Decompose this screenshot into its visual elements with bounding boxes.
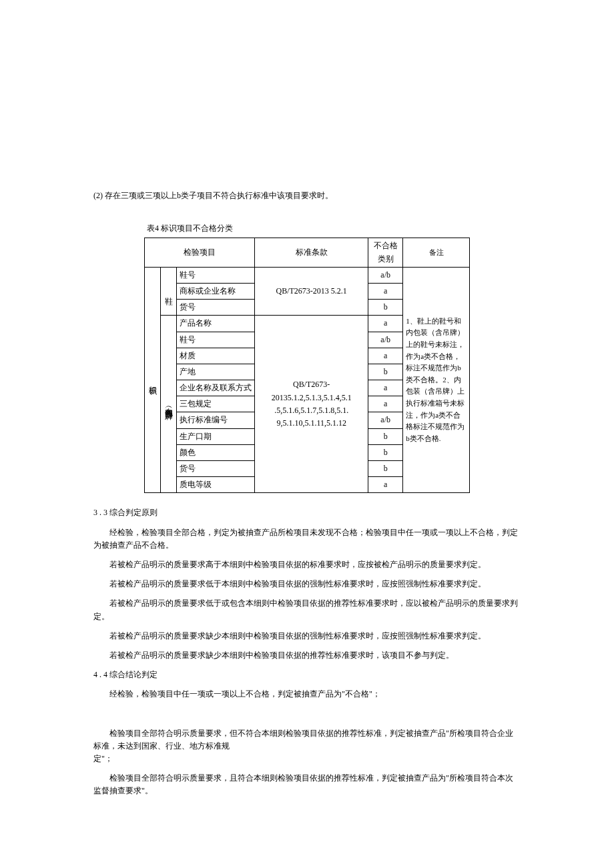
cell-cat: b bbox=[368, 428, 403, 444]
std2-l1: QB/T2673- bbox=[258, 378, 365, 391]
cell-std2: QB/T2673- 20135.1.2,5.1.3,5.1.4,5.1 .5,5… bbox=[255, 316, 368, 493]
cell-cat: a bbox=[368, 396, 403, 412]
cell-item: 生产口期 bbox=[177, 428, 255, 444]
cell-item: 执行标准编号 bbox=[177, 412, 255, 428]
std2-l4: 9,5.1.10,5.1.11,5.1.12 bbox=[258, 417, 365, 430]
s3-p1: 经检验，检验项目全部合格，判定为被抽查产品所检项目未发现不合格；检验项目中任一项… bbox=[93, 526, 521, 552]
cell-item: 产地 bbox=[177, 364, 255, 380]
rowgroup-label-2b: 内包装（含吊牌） bbox=[161, 316, 177, 493]
cell-cat: a/b bbox=[368, 267, 403, 283]
s3-p6: 若被检产品明示的质量要求缺少本细则中检验项目依据的推荐性标准要求时，该项目不参与… bbox=[93, 649, 521, 662]
cell-item: 企业名称及联系方式 bbox=[177, 380, 255, 396]
section-3-heading: 3 . 3 综合判定原则 bbox=[93, 506, 521, 519]
cell-item: 质电等级 bbox=[177, 477, 255, 493]
cell-item: 商标或企业名称 bbox=[177, 283, 255, 299]
cell-cat: b bbox=[368, 364, 403, 380]
cell-cat: a bbox=[368, 477, 403, 493]
s3-p3: 若被检产品明示的质量要求低于本细则中检验项目依据的强制性标准要求时，应按照强制性… bbox=[93, 578, 521, 590]
th-inspect: 检验项目 bbox=[144, 238, 254, 267]
s4-p3: 检验项目全部符合明示质量要求，且符合本细则检验项目依据的推荐性标准，判定被抽查产… bbox=[93, 772, 521, 797]
sub: . 4 综合结论判定 bbox=[99, 670, 158, 679]
table-caption: 表4 标识项目不合格分类 bbox=[147, 222, 521, 235]
cell-item: 颜色 bbox=[177, 444, 255, 460]
cell-item: 三包规定 bbox=[177, 396, 255, 412]
cell-cat: a/b bbox=[368, 412, 403, 428]
table-4: 检验项目 标准条款 不合格类别 备注 标识 鞋 鞋号 QB/T2673-2013… bbox=[144, 238, 470, 493]
std2-l3: .5,5.1.6,5.1.7,5.1.8,5.1. bbox=[258, 404, 365, 417]
cell-cat: a bbox=[368, 380, 403, 396]
cell-item: 产品名称 bbox=[177, 316, 255, 332]
sub: . 3 综合判定原则 bbox=[99, 508, 158, 517]
s4-p2b: 定"； bbox=[93, 753, 521, 765]
s3-p5: 若被检产品明示的质量要求缺少本细则中检验项目依据的强制性标准要求时，应按照强制性… bbox=[93, 630, 521, 642]
num: 4 bbox=[93, 670, 97, 679]
cell-item: 鞋号 bbox=[177, 332, 255, 348]
rowgroup-label-1: 标识 bbox=[144, 267, 160, 493]
rowgroup-label-2a: 鞋 bbox=[161, 267, 177, 316]
s4-p1: 经检验，检验项目中任一项或一项以上不合格，判定被抽查产品为"不合格"； bbox=[93, 688, 521, 701]
cell-cat: b bbox=[368, 461, 403, 477]
cell-item: 材质 bbox=[177, 348, 255, 364]
s4-p2a: 检验项目全部符合明示质量要求，但不符合本细则检验项目依据的推荐性标准，判定被抽查… bbox=[93, 727, 521, 753]
cell-cat: a bbox=[368, 283, 403, 299]
th-std: 标准条款 bbox=[255, 238, 368, 267]
cell-cat: a bbox=[368, 348, 403, 364]
cell-std1: QB/T2673-2013 5.2.1 bbox=[255, 267, 368, 316]
cell-item: 货号 bbox=[177, 461, 255, 477]
pre-text: (2) 存在三项或三项以上b类子项目不符合执行标准中该项目要求时。 bbox=[93, 189, 521, 202]
cell-cat: b bbox=[368, 300, 403, 316]
s3-p2: 若被检产品明示的质量要求高于本细则中检验项目依据的标准要求时，应按被检产品明示的… bbox=[93, 558, 521, 571]
cell-cat: b bbox=[368, 444, 403, 460]
cell-cat: a/b bbox=[368, 332, 403, 348]
cell-item: 鞋号 bbox=[177, 267, 255, 283]
s3-p4: 若被检产品明示的质量要求低于或包含本细则中检验项目依据的推荐性标准要求时，应以被… bbox=[93, 597, 521, 622]
th-remark: 备注 bbox=[403, 238, 470, 267]
cell-cat: a bbox=[368, 316, 403, 332]
std2-l2: 20135.1.2,5.1.3,5.1.4,5.1 bbox=[258, 392, 365, 404]
th-cat: 不合格类别 bbox=[368, 238, 403, 267]
cell-item: 货号 bbox=[177, 300, 255, 316]
cell-remark: 1、鞋上的鞋号和内包装（含吊牌）上的鞋号未标注，作为a类不合格，标注不规范作为b… bbox=[403, 267, 470, 493]
num: 3 bbox=[93, 508, 97, 517]
section-4-heading: 4 . 4 综合结论判定 bbox=[93, 669, 521, 681]
